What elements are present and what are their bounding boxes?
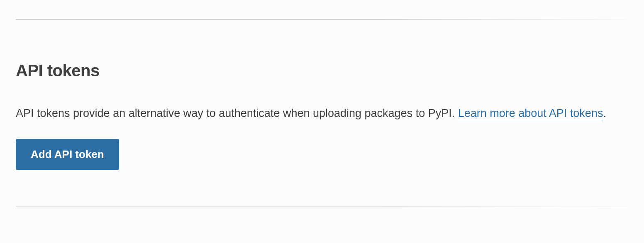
section-divider-bottom xyxy=(16,206,628,207)
api-tokens-section: API tokens API tokens provide an alterna… xyxy=(16,20,628,170)
description-text: API tokens provide an alternative way to… xyxy=(16,107,458,119)
add-api-token-button[interactable]: Add API token xyxy=(16,139,119,170)
section-description: API tokens provide an alternative way to… xyxy=(16,105,628,122)
description-period: . xyxy=(603,107,606,119)
learn-more-link[interactable]: Learn more about API tokens xyxy=(458,107,603,120)
section-title: API tokens xyxy=(16,61,628,80)
